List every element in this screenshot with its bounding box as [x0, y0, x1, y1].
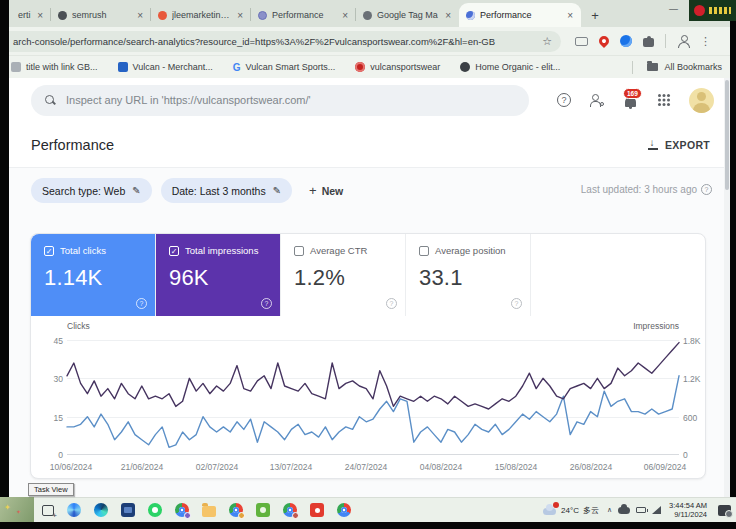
- metric-value: 1.14K: [44, 265, 155, 291]
- x-axis-labels: 10/06/2024 21/06/2024 02/07/2024 13/07/2…: [67, 462, 679, 474]
- average-ctr-card[interactable]: Average CTR 1.2% ?: [281, 234, 406, 316]
- url-text[interactable]: arch-console/performance/search-analytic…: [13, 36, 536, 47]
- total-clicks-card[interactable]: ✓ Total clicks 1.14K ?: [31, 234, 156, 316]
- recorder-app-icon[interactable]: [310, 503, 324, 517]
- chrome-profile-icon[interactable]: [229, 503, 243, 517]
- bookmark-favicon-icon: [355, 62, 365, 72]
- checkbox-icon[interactable]: ✓: [169, 246, 179, 256]
- metric-label: Average CTR: [310, 245, 367, 256]
- tab-google-tag-manager[interactable]: Google Tag Ma ×: [356, 3, 459, 27]
- weather-cloud-icon: [543, 505, 557, 515]
- x-tick: 06/09/2024: [637, 462, 693, 472]
- gsc-header-icons: ? 169: [557, 88, 714, 113]
- avatar[interactable]: [689, 88, 714, 113]
- profile-badge: [238, 512, 245, 519]
- bookmark-item[interactable]: Home Organic - elit...: [460, 62, 560, 72]
- tab-performance-1[interactable]: Performance ×: [251, 3, 356, 27]
- export-button[interactable]: EXPORT: [648, 139, 710, 151]
- search-type-filter-chip[interactable]: Search type: Web ✎: [31, 178, 152, 203]
- info-icon[interactable]: ?: [511, 298, 522, 309]
- tab-0[interactable]: erti ×: [11, 3, 51, 27]
- onedrive-cloud-icon[interactable]: [618, 507, 630, 514]
- toolbar-divider: [665, 34, 666, 48]
- briefcase-app-icon[interactable]: [121, 503, 135, 517]
- browser-toolbar: arch-console/performance/search-analytic…: [9, 27, 730, 56]
- info-icon[interactable]: ?: [261, 298, 272, 309]
- all-bookmarks-button[interactable]: All Bookmarks: [632, 61, 722, 74]
- date-range-filter-chip[interactable]: Date: Last 3 months ✎: [161, 178, 292, 203]
- weather-alert-dot: [553, 502, 559, 508]
- notifications-button[interactable]: 169: [623, 93, 639, 108]
- y-tick-right: 1.8K: [683, 336, 701, 346]
- bookmark-item[interactable]: vulcansportswear: [355, 62, 440, 72]
- url-inspect-search-input[interactable]: Inspect any URL in 'https://vulcansports…: [31, 85, 529, 116]
- user-settings-icon[interactable]: [590, 94, 604, 106]
- browser-profile-icon[interactable]: [677, 35, 689, 47]
- tab-close-icon[interactable]: ×: [236, 10, 244, 21]
- metrics-row: ✓ Total clicks 1.14K ? ✓ Total impressio…: [31, 234, 705, 316]
- keyboard-extension-icon[interactable]: [575, 37, 588, 46]
- tab-close-icon[interactable]: ×: [341, 10, 349, 21]
- checkbox-icon[interactable]: [294, 246, 304, 256]
- blue-extension-icon[interactable]: [620, 35, 632, 47]
- notification-center-icon[interactable]: [718, 505, 731, 516]
- chrome-profile-icon[interactable]: [175, 503, 189, 517]
- tab-close-icon[interactable]: ×: [136, 10, 144, 21]
- tray-chevron-icon[interactable]: ∧: [607, 506, 612, 514]
- tab-label: erti: [18, 10, 31, 20]
- checkbox-icon[interactable]: ✓: [44, 246, 54, 256]
- bookmark-item[interactable]: title with link GB...: [11, 62, 98, 72]
- whatsapp-icon[interactable]: [148, 503, 162, 517]
- chart-plot-area[interactable]: [67, 340, 679, 455]
- new-filter-label: New: [322, 185, 344, 197]
- weather-widget[interactable]: 24°C 多云: [543, 505, 599, 516]
- tab-jleemarketing[interactable]: jleemarketing.n ×: [151, 3, 251, 27]
- file-explorer-icon[interactable]: [202, 506, 216, 517]
- tab-close-icon[interactable]: ×: [36, 10, 44, 21]
- clock[interactable]: 3:44:54 AM 9/11/2024: [669, 501, 707, 520]
- tab-close-icon[interactable]: ×: [444, 10, 452, 21]
- chrome-profile-icon[interactable]: [283, 503, 297, 517]
- metric-label: Average position: [435, 245, 506, 256]
- total-impressions-card[interactable]: ✓ Total impressions 96K ?: [156, 234, 281, 316]
- network-signal-icon[interactable]: [652, 506, 661, 514]
- info-icon[interactable]: ?: [386, 298, 397, 309]
- browser-menu-icon[interactable]: ⋮: [700, 35, 711, 48]
- extensions-puzzle-icon[interactable]: [643, 36, 654, 47]
- bookmark-label: vulcansportswear: [370, 62, 440, 72]
- tooltip-label: Task View: [34, 485, 68, 494]
- bookmark-item[interactable]: Vulcan - Merchant...: [118, 62, 213, 72]
- chrome-icon[interactable]: [337, 503, 351, 517]
- taskbar-tray: 24°C 多云 ∧ 3:44:54 AM 9/11/2024: [543, 501, 731, 520]
- photos-icon[interactable]: [67, 503, 81, 517]
- green-app-icon[interactable]: [256, 503, 270, 517]
- tab-performance-active[interactable]: Performance ×: [459, 3, 581, 27]
- search-console-favicon-icon: [258, 11, 267, 20]
- average-position-card[interactable]: Average position 33.1 ?: [406, 234, 531, 316]
- scrollbar-thumb[interactable]: [725, 80, 729, 190]
- page-scrollbar[interactable]: [724, 78, 730, 497]
- edge-icon[interactable]: [94, 503, 108, 517]
- help-icon[interactable]: ?: [557, 93, 571, 107]
- info-icon[interactable]: ?: [701, 184, 712, 195]
- tab-semrush[interactable]: semrush ×: [51, 3, 151, 27]
- info-icon[interactable]: ?: [136, 298, 147, 309]
- clock-date: 9/11/2024: [669, 510, 707, 519]
- new-tab-button[interactable]: +: [585, 5, 605, 25]
- task-view-button[interactable]: [42, 505, 54, 516]
- new-filter-button[interactable]: + New: [309, 183, 343, 198]
- tab-strip: erti × semrush × jleemarketing.n × Perfo…: [9, 0, 730, 27]
- checkbox-icon[interactable]: [419, 246, 429, 256]
- bookmark-item[interactable]: G Vulcan Smart Sports...: [233, 62, 335, 72]
- bookmark-star-icon[interactable]: ☆: [542, 35, 552, 48]
- battery-icon[interactable]: [636, 507, 646, 513]
- chip-label: Search type: Web: [42, 185, 125, 197]
- location-pin-extension-icon[interactable]: [597, 34, 611, 48]
- google-apps-grid-icon[interactable]: [658, 94, 661, 97]
- tab-close-icon[interactable]: ×: [566, 10, 574, 21]
- y-tick-right: 600: [683, 413, 697, 423]
- filter-chips-row: Search type: Web ✎ Date: Last 3 months ✎…: [31, 178, 343, 203]
- address-bar[interactable]: arch-console/performance/search-analytic…: [9, 31, 561, 52]
- window-minimize-button[interactable]: —: [669, 4, 678, 14]
- x-tick: 10/06/2024: [43, 462, 99, 472]
